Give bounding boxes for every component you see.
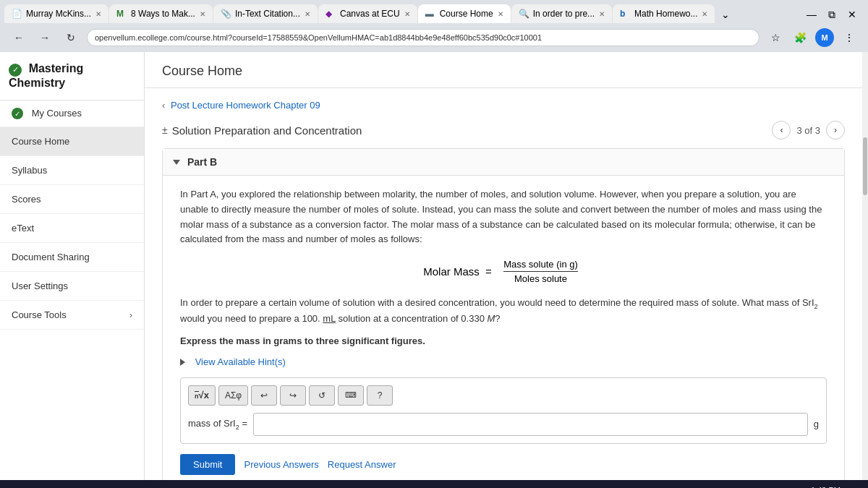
window-controls: — ⧉ ✕ [803,6,864,23]
sidebar-item-user-settings[interactable]: User Settings [0,272,144,301]
submit-button[interactable]: Submit [180,454,235,475]
sidebar-item-document-sharing[interactable]: Document Sharing [0,243,144,272]
chevron-right-icon: › [129,310,132,320]
back-button[interactable]: ← [9,27,29,48]
sidebar-item-etext[interactable]: eText [0,214,144,243]
taskbar-app-mail[interactable]: ✉ [385,484,409,488]
tab-bar: 📄 Murray McKins... ✕ M 8 Ways to Mak... … [0,0,868,23]
tab-favicon-1: 📄 [12,9,22,19]
taskbar-app-edge[interactable]: 🌐 [443,484,467,488]
clock[interactable]: 1:49 PM 11/18/2022 [801,485,841,488]
sidebar-label-user-settings: User Settings [12,281,68,291]
next-page-button[interactable]: › [826,121,845,140]
symbol-button[interactable]: ΑΣφ [218,385,248,406]
hint-section: View Available Hint(s) [180,356,827,367]
sidebar-label-my-courses: My Courses [32,108,82,119]
tab-close-5[interactable]: ✕ [498,10,503,18]
question-intro-text: In Part A, you explored the relationship… [180,187,827,247]
formula-equals: = [482,265,495,278]
bookmark-button[interactable]: ☆ [765,27,786,48]
browser-chrome: 📄 Murray McKins... ✕ M 8 Ways to Mak... … [0,0,868,52]
help-button[interactable]: ? [367,385,393,406]
windows-start-button[interactable]: ⊞ [7,484,32,488]
sidebar-logo: ✓ Mastering Chemistry [0,52,144,100]
tab-favicon-2: M [116,9,127,19]
system-tray: ☀ 50°F Sunny ∧ 🌐 🔊 🔋 1:49 PM 11/18/2022 … [699,485,861,488]
formula-label: Molar Mass [423,265,480,278]
taskbar-app-linkedin[interactable]: in [414,484,438,488]
button-row: Submit Previous Answers Request Answer [180,454,827,475]
profile-avatar: M [815,28,834,47]
tab-8ways[interactable]: M 8 Ways to Mak... ✕ [109,4,213,23]
sidebar-item-syllabus[interactable]: Syllabus [0,156,144,185]
app-container: ✓ Mastering Chemistry ✓ My Courses Cours… [0,52,868,480]
taskbar: ⊞ 🔍 Search 🎥 📁 ✉ in 🌐 [0,480,868,488]
taskbar-app-files[interactable]: 📁 [356,484,380,488]
maximize-button[interactable]: ⧉ [823,6,841,23]
page-title: Course Home [162,64,845,79]
breadcrumb: ‹ Post Lecture Homework Chapter 09 [162,100,845,111]
scroll-track[interactable] [862,52,868,480]
previous-answers-link[interactable]: Previous Answers [244,459,318,470]
minimize-button[interactable]: — [803,6,820,23]
sqrt-button[interactable]: n√x [188,385,216,406]
sidebar-label-document-sharing: Document Sharing [12,252,90,262]
prev-page-button[interactable]: ‹ [772,121,791,140]
tab-close-6[interactable]: ✕ [599,10,605,18]
sidebar-label-etext: eText [12,223,34,234]
taskbar-app-chrome[interactable] [472,484,496,488]
redo-button[interactable]: ↪ [280,385,306,406]
forward-button[interactable]: → [35,27,55,48]
tab-canvas[interactable]: ◆ Canvas at ECU ✕ [318,4,417,23]
sidebar-label-syllabus: Syllabus [12,165,47,176]
answer-area: n√x ΑΣφ ↩ ↪ ↺ ⌨ ? [180,377,827,444]
address-input[interactable] [87,29,760,46]
sidebar-item-course-home[interactable]: Course Home [0,127,144,156]
tab-murray-mckins[interactable]: 📄 Murray McKins... ✕ [4,4,109,23]
formula-container: Molar Mass = Mass solute (in g) Moles so… [180,259,827,284]
sidebar-item-course-tools[interactable]: Course Tools › [0,301,144,330]
tab-inorder[interactable]: 🔍 In order to pre... ✕ [511,4,612,23]
answer-input[interactable] [253,413,808,436]
breadcrumb-arrow: ‹ [162,100,165,111]
taskbar-app-meet[interactable]: 🎥 [327,484,352,488]
tab-math[interactable]: b Math Homewo... ✕ [613,4,715,23]
sidebar-item-my-courses[interactable]: ✓ My Courses [0,100,144,128]
formula-fraction: Mass solute (in g) Moles solute [503,259,578,284]
undo-button[interactable]: ↩ [251,385,277,406]
scroll-thumb[interactable] [863,137,867,195]
keyboard-button[interactable]: ⌨ [338,385,364,406]
tab-course-home[interactable]: ▬ Course Home ✕ [418,4,511,23]
taskbar-apps: 🎥 📁 ✉ in 🌐 N [159,484,694,488]
profile-button[interactable]: M [814,27,835,48]
extension-button[interactable]: 🧩 [790,27,810,48]
tab-close-1[interactable]: ✕ [95,10,101,18]
answer-toolbar: n√x ΑΣφ ↩ ↪ ↺ ⌨ ? [188,385,819,406]
hint-triangle-icon [180,359,185,366]
sqrt-icon: n [195,391,199,400]
tab-close-4[interactable]: ✕ [404,10,410,18]
sidebar-item-scores[interactable]: Scores [0,185,144,214]
tab-overflow-button[interactable]: ⌄ [715,6,736,23]
tab-close-7[interactable]: ✕ [702,10,707,18]
menu-button[interactable]: ⋮ [839,27,859,48]
refresh-button[interactable]: ↺ [309,385,335,406]
question-problem-text: In order to prepare a certain volume of … [180,296,827,327]
close-button[interactable]: ✕ [843,6,861,23]
taskbar-app-netflix[interactable]: N [501,484,525,488]
address-bar: ← → ↻ ☆ 🧩 M ⋮ [0,23,868,52]
tab-close-2[interactable]: ✕ [200,10,205,18]
tab-title-6: In order to pre... [533,9,595,19]
section-toggle-button[interactable]: ± [162,124,168,136]
request-answer-link[interactable]: Request Answer [328,459,396,470]
sidebar: ✓ Mastering Chemistry ✓ My Courses Cours… [0,52,145,480]
tab-close-3[interactable]: ✕ [305,10,310,18]
breadcrumb-link[interactable]: Post Lecture Homework Chapter 09 [171,100,320,111]
sidebar-label-course-home: Course Home [12,136,69,147]
view-hints-link[interactable]: View Available Hint(s) [195,356,286,367]
reload-button[interactable]: ↻ [61,27,81,48]
tab-intext[interactable]: 📎 In-Text Citation... ✕ [213,4,318,23]
section-header: ± Solution Preparation and Concentration… [162,121,845,140]
part-label: Part B [187,156,217,168]
tab-favicon-4: ◆ [326,9,336,19]
